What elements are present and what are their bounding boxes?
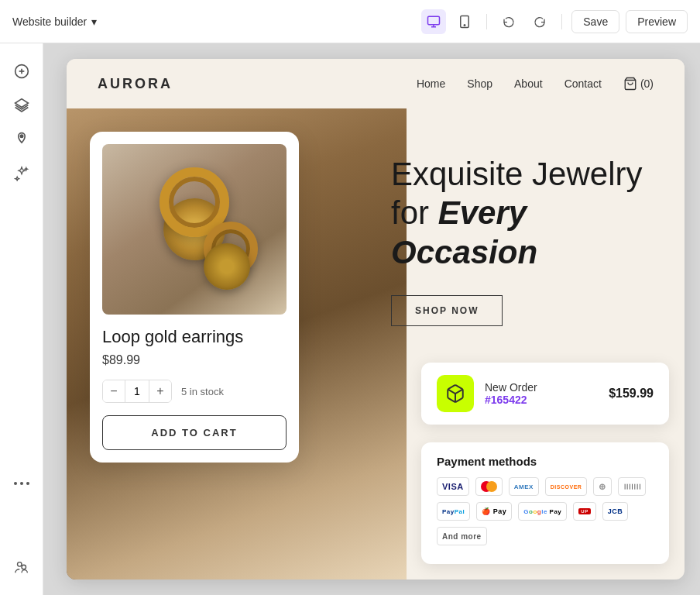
- stock-label: 5 in stock: [181, 386, 224, 397]
- order-icon: [437, 375, 474, 412]
- product-qty-row: − + 5 in stock: [102, 380, 287, 403]
- more-payment-badge: And more: [437, 527, 487, 545]
- hero-title: Exquisite Jewelry for Every Occasion: [391, 155, 654, 272]
- site-nav-links: Home Shop About Contact (0): [417, 77, 654, 91]
- paypal-badge: PayPal: [437, 502, 470, 521]
- main-layout: AURORA Home Shop About Contact (0): [0, 43, 700, 595]
- mastercard-badge: [475, 477, 503, 496]
- svg-point-12: [26, 482, 29, 485]
- order-card: New Order #165422 $159.99: [421, 363, 669, 425]
- sidebar-item-ai[interactable]: [6, 158, 37, 189]
- payment-row-2: PayPal 🍎 Pay Google Pay UP: [437, 502, 654, 545]
- visa-badge: VISA: [437, 477, 469, 496]
- svg-point-11: [20, 482, 23, 485]
- quantity-minus-button[interactable]: −: [103, 380, 125, 402]
- site-content: Loop gold earrings $89.99 − + 5 in stock…: [67, 108, 685, 580]
- svg-point-4: [465, 24, 466, 26]
- sidebar-item-design[interactable]: [6, 124, 37, 155]
- order-label: New Order: [485, 381, 598, 394]
- payment-row-1: VISA AMEX: [437, 477, 654, 496]
- amex-badge: AMEX: [509, 477, 539, 496]
- nav-link-about[interactable]: About: [514, 77, 543, 90]
- svg-point-9: [20, 135, 22, 137]
- chevron-down-icon: ▾: [91, 15, 97, 28]
- site-nav: AURORA Home Shop About Contact (0): [67, 59, 685, 108]
- jcb-badge: JCB: [602, 502, 629, 521]
- add-to-cart-button[interactable]: ADD TO CART: [102, 415, 287, 450]
- svg-rect-0: [428, 16, 440, 25]
- product-card: Loop gold earrings $89.99 − + 5 in stock…: [90, 132, 299, 463]
- cart-button[interactable]: (0): [623, 77, 654, 91]
- unionpay-badge: UP: [573, 502, 595, 521]
- cart-count: (0): [640, 77, 654, 90]
- website-preview: AURORA Home Shop About Contact (0): [67, 59, 685, 580]
- divider-2: [561, 14, 562, 29]
- svg-point-14: [22, 565, 26, 569]
- nav-link-home[interactable]: Home: [417, 77, 445, 90]
- nav-link-contact[interactable]: Contact: [564, 77, 602, 90]
- redo-button[interactable]: [527, 9, 552, 34]
- payment-card: Payment methods VISA: [421, 442, 669, 564]
- toolbar-brand[interactable]: Website builder ▾: [12, 15, 97, 28]
- quantity-stepper[interactable]: − +: [102, 380, 172, 403]
- desktop-view-button[interactable]: [421, 9, 446, 34]
- order-number: #165422: [485, 394, 598, 406]
- payment-title: Payment methods: [437, 455, 654, 468]
- product-price: $89.99: [102, 353, 287, 367]
- svg-point-13: [17, 562, 22, 567]
- boleto-badge: |||||||: [618, 477, 647, 496]
- quantity-input[interactable]: [125, 380, 149, 402]
- product-image: [102, 144, 287, 315]
- sidebar: [0, 43, 43, 595]
- preview-button[interactable]: Preview: [626, 10, 688, 33]
- sidebar-item-layers[interactable]: [6, 90, 37, 121]
- order-info: New Order #165422: [485, 381, 598, 406]
- site-logo: AURORA: [98, 76, 173, 92]
- applepay-badge: 🍎 Pay: [476, 502, 512, 521]
- canvas-area: AURORA Home Shop About Contact (0): [43, 43, 700, 595]
- sidebar-item-more[interactable]: [6, 468, 37, 499]
- divider: [486, 14, 487, 29]
- googlepay-badge: Google Pay: [518, 502, 567, 521]
- toolbar-brand-label: Website builder: [12, 15, 87, 28]
- quantity-plus-button[interactable]: +: [149, 380, 171, 402]
- undo-button[interactable]: [496, 9, 521, 34]
- sidebar-item-collab[interactable]: [6, 552, 37, 583]
- sidebar-item-add[interactable]: [6, 56, 37, 87]
- diners-badge: ⊕: [593, 477, 612, 496]
- save-button[interactable]: Save: [571, 10, 619, 33]
- discover-badge: DISCOVER: [545, 477, 588, 496]
- product-name: Loop gold earrings: [102, 327, 287, 347]
- shop-now-button[interactable]: SHOP NOW: [391, 295, 503, 326]
- nav-link-shop[interactable]: Shop: [467, 77, 492, 90]
- toolbar-right: Save Preview: [421, 9, 688, 34]
- svg-point-10: [14, 482, 17, 485]
- mobile-view-button[interactable]: [452, 9, 477, 34]
- hero-title-line1: Exquisite Jewelry: [391, 156, 642, 192]
- order-amount: $159.99: [609, 387, 654, 401]
- hero-title-line2: for: [391, 194, 429, 231]
- toolbar: Website builder ▾: [0, 0, 700, 43]
